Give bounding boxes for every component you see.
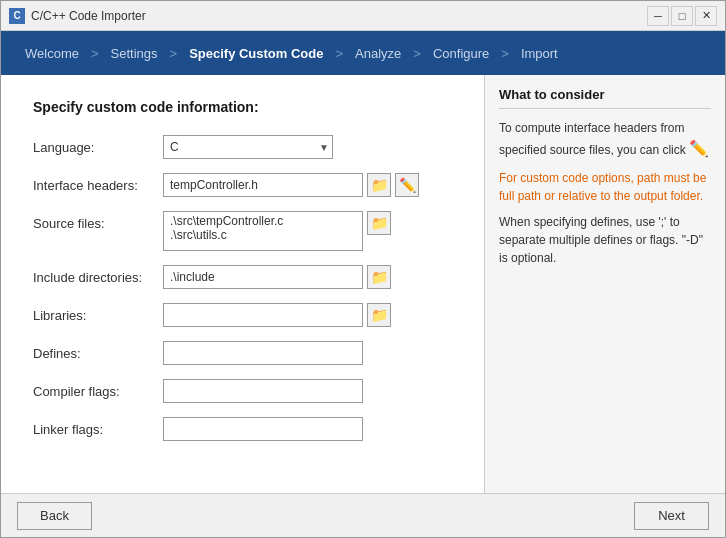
language-label: Language: bbox=[33, 135, 163, 155]
linker-flags-control bbox=[163, 417, 452, 441]
include-directories-input[interactable] bbox=[163, 265, 363, 289]
interface-headers-row: Interface headers: 📁 ✏️ bbox=[33, 173, 452, 197]
linker-flags-input[interactable] bbox=[163, 417, 363, 441]
defines-row: Defines: bbox=[33, 341, 452, 365]
compiler-flags-label: Compiler flags: bbox=[33, 379, 163, 399]
defines-label: Defines: bbox=[33, 341, 163, 361]
nav-sep-2: > bbox=[166, 46, 182, 61]
window-controls: ─ □ ✕ bbox=[647, 6, 717, 26]
nav-sep-1: > bbox=[87, 46, 103, 61]
language-control: C C++ ▼ bbox=[163, 135, 452, 159]
minimize-button[interactable]: ─ bbox=[647, 6, 669, 26]
defines-input[interactable] bbox=[163, 341, 363, 365]
interface-headers-label: Interface headers: bbox=[33, 173, 163, 193]
nav-configure[interactable]: Configure bbox=[425, 31, 497, 75]
pen-icon-sidebar: ✏️ bbox=[689, 140, 709, 157]
interface-headers-control: 📁 ✏️ bbox=[163, 173, 452, 197]
right-panel: What to consider To compute interface he… bbox=[485, 75, 725, 493]
language-select-wrapper: C C++ ▼ bbox=[163, 135, 333, 159]
source-files-input[interactable]: .\src\tempController.c .\src\utils.c bbox=[163, 211, 363, 251]
right-panel-para3: When specifying defines, use ';' to sepa… bbox=[499, 213, 711, 267]
footer: Back Next bbox=[1, 493, 725, 537]
maximize-button[interactable]: □ bbox=[671, 6, 693, 26]
libraries-label: Libraries: bbox=[33, 303, 163, 323]
linker-flags-label: Linker flags: bbox=[33, 417, 163, 437]
nav-analyze[interactable]: Analyze bbox=[347, 31, 409, 75]
interface-headers-pen-button[interactable]: ✏️ bbox=[395, 173, 419, 197]
include-directories-row: Include directories: 📁 bbox=[33, 265, 452, 289]
libraries-control: 📁 bbox=[163, 303, 452, 327]
close-button[interactable]: ✕ bbox=[695, 6, 717, 26]
nav-settings[interactable]: Settings bbox=[103, 31, 166, 75]
source-files-browse-button[interactable]: 📁 bbox=[367, 211, 391, 235]
source-files-row: Source files: .\src\tempController.c .\s… bbox=[33, 211, 452, 251]
back-button[interactable]: Back bbox=[17, 502, 92, 530]
source-files-area: .\src\tempController.c .\src\utils.c bbox=[163, 211, 363, 251]
next-button[interactable]: Next bbox=[634, 502, 709, 530]
right-panel-para2: For custom code options, path must be fu… bbox=[499, 169, 711, 205]
folder-icon-4: 📁 bbox=[371, 307, 388, 323]
nav-bar: Welcome > Settings > Specify Custom Code… bbox=[1, 31, 725, 75]
app-icon: C bbox=[9, 8, 25, 24]
folder-icon-3: 📁 bbox=[371, 269, 388, 285]
include-directories-control: 📁 bbox=[163, 265, 452, 289]
right-panel-para1: To compute interface headers from specif… bbox=[499, 119, 711, 161]
content-area: Specify custom code information: Languag… bbox=[1, 75, 725, 493]
nav-sep-4: > bbox=[409, 46, 425, 61]
nav-sep-3: > bbox=[331, 46, 347, 61]
include-directories-label: Include directories: bbox=[33, 265, 163, 285]
nav-sep-5: > bbox=[497, 46, 513, 61]
interface-headers-input[interactable] bbox=[163, 173, 363, 197]
source-files-label: Source files: bbox=[33, 211, 163, 231]
compiler-flags-row: Compiler flags: bbox=[33, 379, 452, 403]
nav-specify-custom-code[interactable]: Specify Custom Code bbox=[181, 31, 331, 75]
language-row: Language: C C++ ▼ bbox=[33, 135, 452, 159]
language-select[interactable]: C C++ bbox=[163, 135, 333, 159]
include-directories-browse-button[interactable]: 📁 bbox=[367, 265, 391, 289]
folder-icon: 📁 bbox=[371, 177, 388, 193]
source-files-control: .\src\tempController.c .\src\utils.c 📁 bbox=[163, 211, 452, 251]
libraries-row: Libraries: 📁 bbox=[33, 303, 452, 327]
folder-icon-2: 📁 bbox=[371, 215, 388, 231]
nav-import[interactable]: Import bbox=[513, 31, 566, 75]
section-title: Specify custom code information: bbox=[33, 99, 452, 115]
nav-welcome[interactable]: Welcome bbox=[17, 31, 87, 75]
linker-flags-row: Linker flags: bbox=[33, 417, 452, 441]
main-panel: Specify custom code information: Languag… bbox=[1, 75, 485, 493]
compiler-flags-control bbox=[163, 379, 452, 403]
defines-control bbox=[163, 341, 452, 365]
right-panel-title: What to consider bbox=[499, 87, 711, 109]
libraries-input[interactable] bbox=[163, 303, 363, 327]
title-bar: C C/C++ Code Importer ─ □ ✕ bbox=[1, 1, 725, 31]
interface-headers-browse-button[interactable]: 📁 bbox=[367, 173, 391, 197]
pen-icon: ✏️ bbox=[399, 177, 416, 193]
libraries-browse-button[interactable]: 📁 bbox=[367, 303, 391, 327]
window-title: C/C++ Code Importer bbox=[31, 9, 146, 23]
main-window: C C/C++ Code Importer ─ □ ✕ Welcome > Se… bbox=[0, 0, 726, 538]
compiler-flags-input[interactable] bbox=[163, 379, 363, 403]
